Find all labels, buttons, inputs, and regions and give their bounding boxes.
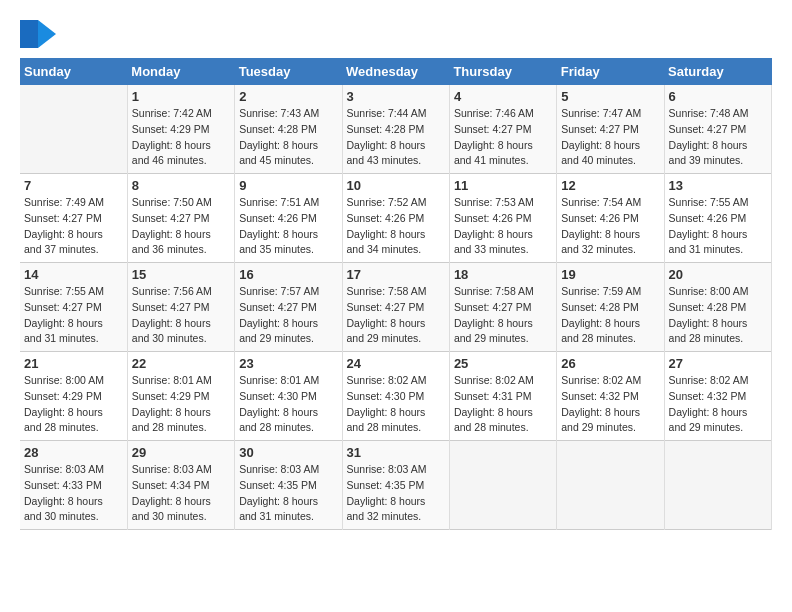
day-number: 24 bbox=[347, 356, 445, 371]
day-number: 4 bbox=[454, 89, 552, 104]
weekday-header-saturday: Saturday bbox=[664, 58, 771, 85]
day-cell: 7Sunrise: 7:49 AMSunset: 4:27 PMDaylight… bbox=[20, 174, 127, 263]
day-number: 7 bbox=[24, 178, 123, 193]
day-cell: 17Sunrise: 7:58 AMSunset: 4:27 PMDayligh… bbox=[342, 263, 449, 352]
day-cell bbox=[664, 441, 771, 530]
day-number: 2 bbox=[239, 89, 337, 104]
day-info: Sunrise: 7:51 AMSunset: 4:26 PMDaylight:… bbox=[239, 195, 337, 258]
weekday-header-tuesday: Tuesday bbox=[235, 58, 342, 85]
day-info: Sunrise: 7:48 AMSunset: 4:27 PMDaylight:… bbox=[669, 106, 767, 169]
day-cell: 18Sunrise: 7:58 AMSunset: 4:27 PMDayligh… bbox=[449, 263, 556, 352]
day-info: Sunrise: 8:01 AMSunset: 4:29 PMDaylight:… bbox=[132, 373, 230, 436]
day-cell: 12Sunrise: 7:54 AMSunset: 4:26 PMDayligh… bbox=[557, 174, 664, 263]
day-info: Sunrise: 7:49 AMSunset: 4:27 PMDaylight:… bbox=[24, 195, 123, 258]
day-number: 5 bbox=[561, 89, 659, 104]
day-number: 20 bbox=[669, 267, 767, 282]
day-cell: 25Sunrise: 8:02 AMSunset: 4:31 PMDayligh… bbox=[449, 352, 556, 441]
svg-marker-1 bbox=[38, 20, 56, 48]
day-number: 26 bbox=[561, 356, 659, 371]
day-cell: 28Sunrise: 8:03 AMSunset: 4:33 PMDayligh… bbox=[20, 441, 127, 530]
week-row-4: 21Sunrise: 8:00 AMSunset: 4:29 PMDayligh… bbox=[20, 352, 772, 441]
day-info: Sunrise: 7:47 AMSunset: 4:27 PMDaylight:… bbox=[561, 106, 659, 169]
day-info: Sunrise: 7:43 AMSunset: 4:28 PMDaylight:… bbox=[239, 106, 337, 169]
day-info: Sunrise: 7:46 AMSunset: 4:27 PMDaylight:… bbox=[454, 106, 552, 169]
day-number: 14 bbox=[24, 267, 123, 282]
day-cell: 23Sunrise: 8:01 AMSunset: 4:30 PMDayligh… bbox=[235, 352, 342, 441]
logo bbox=[20, 20, 60, 48]
day-number: 12 bbox=[561, 178, 659, 193]
day-info: Sunrise: 7:42 AMSunset: 4:29 PMDaylight:… bbox=[132, 106, 230, 169]
week-row-5: 28Sunrise: 8:03 AMSunset: 4:33 PMDayligh… bbox=[20, 441, 772, 530]
day-number: 10 bbox=[347, 178, 445, 193]
day-cell: 15Sunrise: 7:56 AMSunset: 4:27 PMDayligh… bbox=[127, 263, 234, 352]
calendar-body: 1Sunrise: 7:42 AMSunset: 4:29 PMDaylight… bbox=[20, 85, 772, 530]
day-cell: 10Sunrise: 7:52 AMSunset: 4:26 PMDayligh… bbox=[342, 174, 449, 263]
weekday-header-wednesday: Wednesday bbox=[342, 58, 449, 85]
day-info: Sunrise: 7:54 AMSunset: 4:26 PMDaylight:… bbox=[561, 195, 659, 258]
day-cell: 14Sunrise: 7:55 AMSunset: 4:27 PMDayligh… bbox=[20, 263, 127, 352]
day-number: 6 bbox=[669, 89, 767, 104]
day-cell: 20Sunrise: 8:00 AMSunset: 4:28 PMDayligh… bbox=[664, 263, 771, 352]
day-cell: 16Sunrise: 7:57 AMSunset: 4:27 PMDayligh… bbox=[235, 263, 342, 352]
week-row-2: 7Sunrise: 7:49 AMSunset: 4:27 PMDaylight… bbox=[20, 174, 772, 263]
day-number: 22 bbox=[132, 356, 230, 371]
day-number: 15 bbox=[132, 267, 230, 282]
day-number: 30 bbox=[239, 445, 337, 460]
day-info: Sunrise: 8:01 AMSunset: 4:30 PMDaylight:… bbox=[239, 373, 337, 436]
day-cell: 4Sunrise: 7:46 AMSunset: 4:27 PMDaylight… bbox=[449, 85, 556, 174]
day-info: Sunrise: 8:00 AMSunset: 4:29 PMDaylight:… bbox=[24, 373, 123, 436]
day-cell: 22Sunrise: 8:01 AMSunset: 4:29 PMDayligh… bbox=[127, 352, 234, 441]
week-row-3: 14Sunrise: 7:55 AMSunset: 4:27 PMDayligh… bbox=[20, 263, 772, 352]
logo-icon bbox=[20, 20, 56, 48]
weekday-header-thursday: Thursday bbox=[449, 58, 556, 85]
day-cell: 19Sunrise: 7:59 AMSunset: 4:28 PMDayligh… bbox=[557, 263, 664, 352]
day-cell: 27Sunrise: 8:02 AMSunset: 4:32 PMDayligh… bbox=[664, 352, 771, 441]
day-cell: 1Sunrise: 7:42 AMSunset: 4:29 PMDaylight… bbox=[127, 85, 234, 174]
day-cell bbox=[449, 441, 556, 530]
day-info: Sunrise: 8:00 AMSunset: 4:28 PMDaylight:… bbox=[669, 284, 767, 347]
day-cell: 5Sunrise: 7:47 AMSunset: 4:27 PMDaylight… bbox=[557, 85, 664, 174]
day-info: Sunrise: 8:03 AMSunset: 4:33 PMDaylight:… bbox=[24, 462, 123, 525]
day-number: 18 bbox=[454, 267, 552, 282]
day-number: 28 bbox=[24, 445, 123, 460]
day-number: 21 bbox=[24, 356, 123, 371]
svg-rect-0 bbox=[20, 20, 38, 48]
day-number: 25 bbox=[454, 356, 552, 371]
day-info: Sunrise: 7:50 AMSunset: 4:27 PMDaylight:… bbox=[132, 195, 230, 258]
day-info: Sunrise: 7:55 AMSunset: 4:26 PMDaylight:… bbox=[669, 195, 767, 258]
day-number: 19 bbox=[561, 267, 659, 282]
page-header bbox=[20, 20, 772, 48]
day-cell: 26Sunrise: 8:02 AMSunset: 4:32 PMDayligh… bbox=[557, 352, 664, 441]
weekday-row: SundayMondayTuesdayWednesdayThursdayFrid… bbox=[20, 58, 772, 85]
day-cell: 2Sunrise: 7:43 AMSunset: 4:28 PMDaylight… bbox=[235, 85, 342, 174]
day-number: 3 bbox=[347, 89, 445, 104]
calendar-header: SundayMondayTuesdayWednesdayThursdayFrid… bbox=[20, 58, 772, 85]
day-info: Sunrise: 7:56 AMSunset: 4:27 PMDaylight:… bbox=[132, 284, 230, 347]
day-cell bbox=[557, 441, 664, 530]
day-cell: 8Sunrise: 7:50 AMSunset: 4:27 PMDaylight… bbox=[127, 174, 234, 263]
day-info: Sunrise: 7:57 AMSunset: 4:27 PMDaylight:… bbox=[239, 284, 337, 347]
day-cell: 11Sunrise: 7:53 AMSunset: 4:26 PMDayligh… bbox=[449, 174, 556, 263]
day-number: 29 bbox=[132, 445, 230, 460]
day-info: Sunrise: 7:55 AMSunset: 4:27 PMDaylight:… bbox=[24, 284, 123, 347]
day-info: Sunrise: 7:53 AMSunset: 4:26 PMDaylight:… bbox=[454, 195, 552, 258]
day-cell: 24Sunrise: 8:02 AMSunset: 4:30 PMDayligh… bbox=[342, 352, 449, 441]
day-cell bbox=[20, 85, 127, 174]
weekday-header-sunday: Sunday bbox=[20, 58, 127, 85]
weekday-header-monday: Monday bbox=[127, 58, 234, 85]
weekday-header-friday: Friday bbox=[557, 58, 664, 85]
day-info: Sunrise: 7:58 AMSunset: 4:27 PMDaylight:… bbox=[347, 284, 445, 347]
day-number: 8 bbox=[132, 178, 230, 193]
day-info: Sunrise: 7:44 AMSunset: 4:28 PMDaylight:… bbox=[347, 106, 445, 169]
day-number: 31 bbox=[347, 445, 445, 460]
day-info: Sunrise: 7:59 AMSunset: 4:28 PMDaylight:… bbox=[561, 284, 659, 347]
day-cell: 30Sunrise: 8:03 AMSunset: 4:35 PMDayligh… bbox=[235, 441, 342, 530]
week-row-1: 1Sunrise: 7:42 AMSunset: 4:29 PMDaylight… bbox=[20, 85, 772, 174]
day-info: Sunrise: 7:58 AMSunset: 4:27 PMDaylight:… bbox=[454, 284, 552, 347]
day-cell: 3Sunrise: 7:44 AMSunset: 4:28 PMDaylight… bbox=[342, 85, 449, 174]
day-info: Sunrise: 8:02 AMSunset: 4:30 PMDaylight:… bbox=[347, 373, 445, 436]
day-cell: 31Sunrise: 8:03 AMSunset: 4:35 PMDayligh… bbox=[342, 441, 449, 530]
day-cell: 29Sunrise: 8:03 AMSunset: 4:34 PMDayligh… bbox=[127, 441, 234, 530]
day-info: Sunrise: 8:02 AMSunset: 4:31 PMDaylight:… bbox=[454, 373, 552, 436]
day-number: 11 bbox=[454, 178, 552, 193]
